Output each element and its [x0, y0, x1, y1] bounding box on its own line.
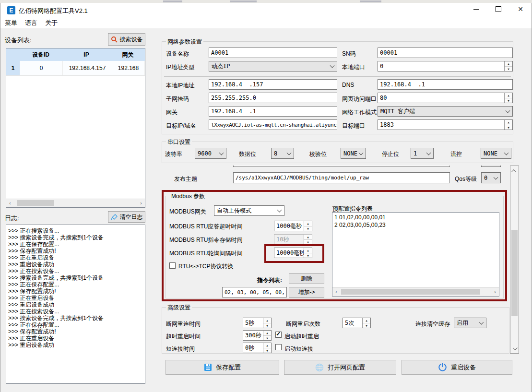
scroll-up-icon[interactable]: [510, 167, 519, 175]
cmd-input[interactable]: 02, 03, 00, 05, 00, 23: [222, 287, 287, 297]
modbus-group-title: Modbus 参数: [170, 192, 206, 201]
row-number-header: [6, 48, 20, 61]
modbus-gateway-select[interactable]: 自动上传模式: [214, 205, 284, 216]
timeout-restart-stepper[interactable]: 300秒▲▼: [243, 330, 272, 341]
stepper-arrows[interactable]: ▲▼: [263, 331, 271, 340]
modbus-timeout-stepper[interactable]: 1000毫秒▲▼: [274, 221, 312, 231]
settings-vscrollbar[interactable]: [510, 166, 519, 354]
parity-select[interactable]: NONE: [341, 148, 366, 159]
work-mode-value: MQTT 客户端: [380, 107, 415, 116]
column-header-device-id[interactable]: 设备ID: [20, 48, 62, 61]
clear-cache-value: 启用: [457, 319, 468, 327]
stepper-arrows[interactable]: ▲▼: [263, 343, 271, 353]
preconfig-item[interactable]: 2 02,03,00,05,00,23: [334, 221, 498, 229]
scroll-down-icon[interactable]: [510, 344, 519, 352]
clear-cache-select[interactable]: 启用: [454, 318, 486, 328]
restart-device-button[interactable]: 重启设备: [402, 360, 512, 375]
scroll-right-icon[interactable]: ›: [491, 288, 499, 296]
device-name-label: 设备名称: [166, 50, 189, 58]
chevron-down-icon: [494, 175, 498, 179]
device-table-hscrollbar[interactable]: ‹ ›: [6, 199, 145, 207]
log-box[interactable]: >>> 正在搜索设备...>>> 搜索设备完成，共搜索到1个设备>>> 正在保存…: [6, 225, 145, 384]
modbus-timeout-label: MODBUS RTU应答超时时间: [169, 223, 242, 231]
stepper-arrows[interactable]: ▲▼: [362, 318, 370, 328]
menu-item-about[interactable]: 关于: [45, 19, 58, 27]
search-device-button[interactable]: 搜索设备: [108, 33, 145, 46]
reboot-count-stepper[interactable]: 5次▲▼: [343, 318, 371, 328]
minimize-button[interactable]: [468, 4, 484, 14]
stepper-arrows[interactable]: ▲▼: [504, 120, 512, 130]
menu-item-main[interactable]: 菜单: [5, 19, 17, 27]
close-button[interactable]: ✕: [512, 4, 529, 14]
preconfig-hscrollbar[interactable]: ‹ ›: [332, 287, 499, 296]
log-entry: >>> 搜索设备完成，共搜索到1个设备: [8, 274, 143, 281]
save-icon: [204, 363, 212, 371]
rtu-tcp-checkbox[interactable]: [169, 262, 176, 269]
app-logo-icon: E: [7, 6, 15, 14]
add-button[interactable]: 增加->: [289, 287, 324, 298]
scroll-right-icon[interactable]: ›: [137, 199, 145, 207]
qos-label: Qos等级: [455, 175, 477, 183]
short-conn-stepper[interactable]: 0秒▲▼: [243, 343, 272, 353]
baud-rate-label: 波特率: [165, 150, 182, 158]
stepper-arrows[interactable]: ▲▼: [504, 61, 512, 71]
ip-type-select[interactable]: 动态IP: [209, 61, 337, 71]
target-port-stepper[interactable]: 1883▲▼: [378, 119, 513, 130]
subnet-mask-input[interactable]: 255.255.255.0: [209, 93, 337, 103]
local-ip-input[interactable]: 192.168.4 .157: [209, 79, 337, 90]
open-web-config-button[interactable]: 打开网页配置: [284, 360, 396, 375]
device-list-label: 设备列表:: [5, 36, 32, 45]
stepper-arrows[interactable]: ▲▼: [304, 248, 312, 258]
clear-log-button[interactable]: 清空日志: [108, 211, 145, 223]
timeout-restart-checkbox[interactable]: [275, 332, 282, 338]
save-config-button[interactable]: 保存配置: [166, 360, 279, 375]
chevron-down-icon: [506, 108, 510, 113]
stepper-arrows[interactable]: ▲▼: [504, 93, 512, 103]
preconfig-item[interactable]: 1 01,02,00,00,00,01: [334, 214, 498, 221]
device-name-input[interactable]: A0001: [209, 48, 337, 58]
column-header-ip[interactable]: IP: [62, 48, 111, 61]
scroll-left-icon[interactable]: ‹: [6, 199, 14, 207]
gateway-input[interactable]: 192.168.4 .1: [209, 106, 337, 117]
hscroll-thumb[interactable]: [17, 200, 54, 206]
vscroll-thumb[interactable]: [511, 230, 518, 316]
short-conn-checkbox-label: 启动短连接: [284, 345, 313, 353]
modbus-store-stepper: 10秒▲▼: [274, 234, 312, 245]
modbus-poll-stepper[interactable]: 10000毫秒▲▼: [274, 248, 312, 258]
background-fragment: [230, 0, 257, 2]
timeout-restart-checkbox-label: 启动超时重启: [284, 333, 319, 341]
delete-button[interactable]: 删除: [289, 273, 324, 284]
titlebar: E 亿佰特网络配置工具V2.1: [0, 3, 532, 16]
modbus-poll-value: 10000毫秒: [276, 249, 305, 257]
flow-control-select[interactable]: NONE: [481, 148, 511, 159]
data-bits-select[interactable]: 8: [271, 148, 294, 159]
dns-input[interactable]: 192.168.4 .1: [378, 79, 513, 90]
qos-select[interactable]: 0: [481, 172, 501, 183]
baud-rate-select[interactable]: 9600: [195, 148, 226, 159]
stepper-arrows[interactable]: ▲▼: [263, 318, 271, 328]
hscroll-thumb[interactable]: [341, 289, 480, 295]
publish-topic-input[interactable]: /sys/a1XxwyxAQCJ/MODBUS/thing/model/up_r…: [233, 172, 450, 183]
clipped-select[interactable]: [481, 166, 501, 167]
stop-bits-select[interactable]: 1: [411, 148, 434, 159]
work-mode-select[interactable]: MQTT 客户端: [378, 106, 513, 117]
column-header-gateway[interactable]: 网关: [111, 48, 145, 61]
target-host-input[interactable]: lXxwyxAQCJ.iot-as-mqtt.cn-shanghai.aliyu…: [209, 119, 337, 130]
menu-item-language[interactable]: 语言: [25, 19, 37, 27]
log-entry: >>> 重启设备成功: [8, 301, 143, 308]
device-table[interactable]: 设备ID IP 网关 1 0 192.168.4.157 192.168 ‹ ›: [6, 48, 145, 208]
scroll-left-icon[interactable]: ‹: [332, 288, 340, 296]
local-port-stepper[interactable]: 0▲▼: [378, 61, 513, 71]
device-table-row[interactable]: 1 0 192.168.4.157 192.168: [6, 61, 145, 76]
chevron-down-icon: [359, 150, 364, 155]
clipped-input[interactable]: [233, 166, 450, 167]
chevron-down-icon: [504, 150, 509, 155]
preconfig-listbox[interactable]: 1 01,02,00,00,00,012 02,03,00,05,00,23 ‹…: [332, 212, 499, 297]
modbus-gateway-label: MODBUS网关: [169, 208, 206, 216]
stepper-arrows[interactable]: ▲▼: [304, 221, 312, 231]
reconnect-time-stepper[interactable]: 5秒▲▼: [243, 318, 272, 328]
sn-input[interactable]: 00001: [378, 48, 513, 58]
web-port-stepper[interactable]: 80▲▼: [378, 93, 513, 103]
maximize-button[interactable]: [490, 4, 507, 14]
short-conn-checkbox[interactable]: [275, 344, 282, 350]
